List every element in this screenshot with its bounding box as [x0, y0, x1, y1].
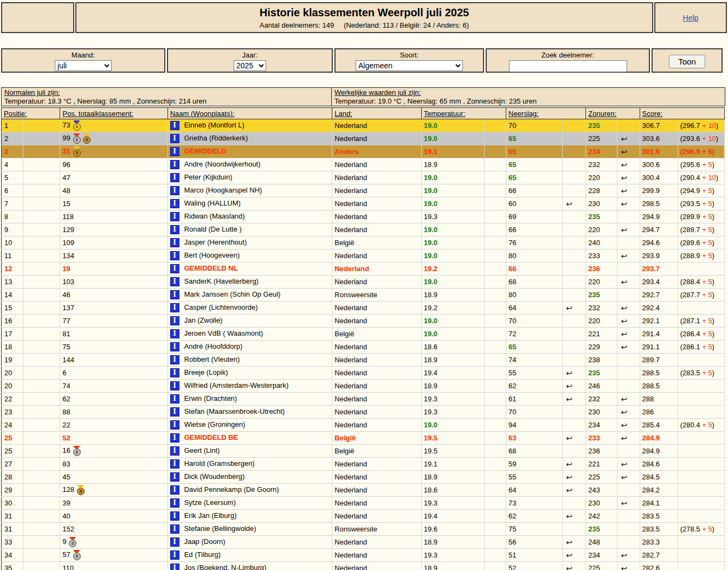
temperature-arrow-cell: [484, 197, 506, 210]
search-participant-input[interactable]: [509, 60, 627, 72]
year-select[interactable]: 2025: [234, 60, 266, 71]
col-header-zonuren[interactable]: Zonuren:: [586, 108, 640, 119]
info-icon[interactable]: I: [170, 446, 179, 456]
total-ranking-position-cell: 22: [60, 419, 167, 432]
total-ranking-position-cell: 77: [60, 315, 167, 328]
precipitation-cell: 72: [506, 328, 563, 341]
position-gap-cell: [23, 223, 60, 236]
info-icon[interactable]: I: [170, 147, 179, 156]
score-detail-cell: (286.4 + 5): [678, 328, 724, 341]
position-gap-cell: [23, 132, 60, 145]
name-cell: IJan (Zwolle): [167, 315, 332, 328]
sunhours-arrow-cell: ↩: [617, 328, 640, 341]
info-icon[interactable]: I: [170, 563, 179, 570]
info-icon[interactable]: I: [170, 420, 179, 430]
precipitation-cell: 64: [506, 302, 563, 315]
help-link[interactable]: Help: [683, 14, 699, 22]
info-icon[interactable]: I: [170, 251, 179, 260]
info-icon[interactable]: I: [170, 407, 179, 417]
score-cell: 300.6: [640, 158, 678, 171]
info-icon[interactable]: I: [170, 511, 179, 521]
page: Historie klassementen Weerpoll juli 2025…: [0, 0, 728, 570]
ranking-row: 2845IDick (Woudenberg)Nederland18.955↩22…: [2, 471, 725, 484]
total-ranking-position-cell: 152: [60, 523, 167, 536]
ranking-row: 3313IGEMIDDELDAnders19.165234↩301.9(296.…: [2, 145, 725, 158]
info-icon[interactable]: I: [170, 329, 179, 338]
col-header-neerslag[interactable]: Neerslag:: [506, 108, 586, 119]
col-header-land[interactable]: Land:: [332, 108, 421, 119]
country-cell: Nederland: [332, 458, 421, 471]
country-cell: Nederland: [332, 302, 421, 315]
score-detail-cell: (289.7 + 5): [678, 223, 724, 236]
col-header-positie[interactable]: Positie:: [2, 108, 60, 119]
info-icon[interactable]: I: [170, 303, 179, 312]
country-cell: Nederland: [332, 354, 421, 367]
info-icon[interactable]: I: [170, 134, 179, 143]
country-cell: Nederland: [332, 497, 421, 510]
precipitation-cell: 61: [506, 393, 563, 406]
info-icon[interactable]: I: [170, 186, 179, 195]
info-icon[interactable]: I: [170, 498, 179, 508]
total-ranking-position-cell: 88: [60, 406, 167, 419]
info-icon[interactable]: I: [170, 160, 179, 169]
info-icon[interactable]: I: [170, 277, 179, 286]
info-icon[interactable]: I: [170, 394, 179, 404]
return-arrow-icon: ↩: [621, 408, 627, 417]
temperature-cell: 18.9: [421, 354, 484, 367]
return-arrow-icon: ↩: [621, 135, 627, 143]
col-header-pos-totaal[interactable]: Pos. totaalklassement:: [60, 108, 167, 119]
sunhours-cell: 234: [586, 419, 617, 432]
info-icon[interactable]: I: [170, 212, 179, 221]
participant-name: Stefan (Maarssenbroek-Utrecht): [184, 407, 285, 415]
sunhours-cell: 220: [586, 276, 617, 289]
info-icon[interactable]: I: [170, 433, 179, 443]
info-icon[interactable]: I: [170, 459, 179, 469]
return-arrow-icon: ↩: [621, 330, 627, 338]
score-cell: 299.9: [640, 184, 678, 197]
info-icon[interactable]: I: [170, 381, 179, 390]
sunhours-cell: 228: [586, 184, 617, 197]
show-button[interactable]: Toon: [669, 55, 705, 68]
col-header-temperatuur[interactable]: Temperatuur:: [421, 108, 506, 119]
month-select[interactable]: juli: [55, 60, 112, 71]
ranking-table-body: 1731IEinneb (Montfort L)Nederland19.0702…: [2, 119, 725, 570]
info-icon[interactable]: I: [170, 485, 179, 495]
precipitation-arrow-cell: [563, 406, 586, 419]
info-icon[interactable]: I: [170, 290, 179, 299]
precipitation-arrow-cell: [563, 236, 586, 249]
position-gap-cell: [23, 341, 60, 354]
info-icon[interactable]: I: [170, 173, 179, 182]
score-detail-cell: (283.5 + 5): [678, 367, 724, 380]
info-icon[interactable]: I: [170, 355, 179, 364]
col-header-naam[interactable]: Naam (Woonplaats):: [167, 108, 332, 119]
temperature-arrow-cell: [484, 419, 506, 432]
info-icon[interactable]: I: [170, 537, 179, 547]
ranking-row: 34572IEd (Tilburg)Nederland19.351↩234↩28…: [2, 549, 725, 562]
type-select[interactable]: Algemeen: [356, 60, 463, 71]
actuals-box: Werkelijke waarden juli zijn: Temperatuu…: [331, 87, 725, 106]
info-icon[interactable]: I: [170, 264, 179, 273]
position-gap-cell: [23, 510, 60, 523]
score-detail-cell: (289.6 + 5): [678, 236, 724, 249]
info-icon[interactable]: I: [170, 225, 179, 234]
temperature-arrow-cell: [484, 497, 506, 510]
info-icon[interactable]: I: [170, 368, 179, 377]
participant-name: Marco (Hoogkarspel NH): [184, 186, 262, 194]
info-icon[interactable]: I: [170, 550, 179, 560]
position-cell: 13: [2, 276, 23, 289]
info-icon[interactable]: I: [170, 121, 179, 130]
info-icon[interactable]: I: [170, 199, 179, 208]
position-cell: 31: [2, 510, 23, 523]
sunhours-arrow-cell: [617, 445, 640, 458]
info-icon[interactable]: I: [170, 472, 179, 482]
total-ranking-position-cell: 572: [60, 549, 167, 562]
score-cell: 294.6: [640, 236, 678, 249]
info-icon[interactable]: I: [170, 238, 179, 247]
position-gap-cell: [23, 236, 60, 249]
info-icon[interactable]: I: [170, 316, 179, 325]
info-icon[interactable]: I: [170, 524, 179, 534]
col-header-score[interactable]: Score:: [640, 108, 724, 119]
info-icon[interactable]: I: [170, 342, 179, 351]
temperature-cell: 19.1: [421, 458, 484, 471]
sunhours-cell: 240: [586, 236, 617, 249]
